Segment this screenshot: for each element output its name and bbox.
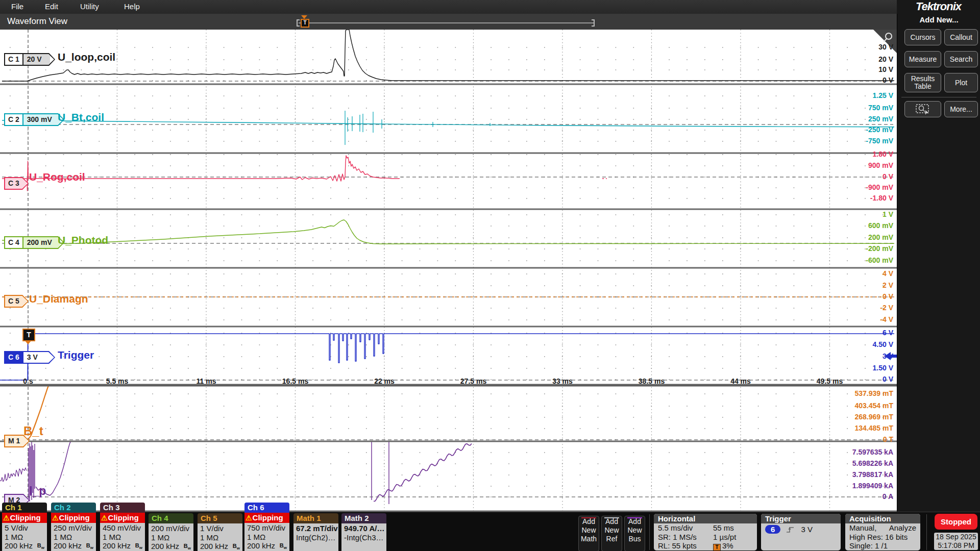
axis-tick-label: -250 mV xyxy=(824,126,893,134)
menu-edit[interactable]: Edit xyxy=(45,2,58,11)
tektronix-logo: Tektronix xyxy=(897,0,980,14)
trigger-marker[interactable]: T xyxy=(22,329,35,341)
axis-tick-label: 20 V xyxy=(824,55,893,63)
measure-button[interactable]: Measure xyxy=(904,51,941,67)
ch5-settings-badge[interactable]: Ch 5 1 V/div1 MΩ 200 kHzBw xyxy=(198,513,242,551)
time-axis-label: 38.5 ms xyxy=(629,377,675,385)
axis-tick-label: 200 mV xyxy=(824,233,893,241)
trace-label-m2[interactable]: I_p xyxy=(29,484,46,498)
trace-label-c6[interactable]: Trigger xyxy=(58,349,94,361)
trace-label-c5[interactable]: U_Diamagn xyxy=(29,293,88,305)
add-new-ref-button[interactable]: Add New Ref xyxy=(601,516,622,551)
time-axis-label: 16.5 ms xyxy=(273,377,318,385)
horizontal-panel[interactable]: Horizontal 5.5 ms/div55 ms SR: 1 MS/s1 µ… xyxy=(654,514,757,550)
cursors-button[interactable]: Cursors xyxy=(904,29,941,45)
position-bar-left-bracket xyxy=(297,19,298,27)
trigger-source-badge: 6 xyxy=(765,525,780,534)
axis-tick-label: 600 mV xyxy=(824,221,893,230)
time-axis-label: 27.5 ms xyxy=(451,377,497,385)
time-axis-label: 11 ms xyxy=(183,377,229,385)
axis-tick-label: 3 V xyxy=(824,352,893,360)
trace-label-c4[interactable]: U_Photod xyxy=(58,234,108,246)
channel-badge-c2[interactable]: C 2300 mV xyxy=(4,113,64,126)
warning-icon: ⚠ xyxy=(246,514,253,522)
channel-badge-c4[interactable]: C 4200 mV xyxy=(4,236,64,249)
axis-tick-label: 7.597635 kA xyxy=(824,448,893,456)
menu-help[interactable]: Help xyxy=(124,2,140,11)
axis-tick-label: 4 V xyxy=(824,269,893,278)
axis-tick-label: 1.80 V xyxy=(824,150,893,158)
acquisition-panel[interactable]: Acquisition Manual,Analyze High Res: 16 … xyxy=(845,514,920,550)
trigger-marker-triangle xyxy=(24,340,32,344)
axis-tick-label: 750 mV xyxy=(824,104,893,112)
menu-utility[interactable]: Utility xyxy=(80,2,99,11)
axis-tick-label: 403.454 mT xyxy=(824,402,893,410)
trigger-position-triangle xyxy=(301,15,307,19)
datetime-display: 18 Sep 20255:17:08 PM xyxy=(934,533,978,550)
waveform-window: Waveform View T C 120 V C 2300 mV C 3 C … xyxy=(0,14,897,512)
ch2-settings-badge[interactable]: Ch 2 ⚠Clipping 250 mV/div1 MΩ 200 kHzBw xyxy=(51,503,96,551)
ch3-settings-badge[interactable]: Ch 3 ⚠Clipping 450 mV/div1 MΩ 200 kHzBw xyxy=(100,503,145,551)
ch1-settings-badge[interactable]: Ch 1 ⚠Clipping 5 V/div1 MΩ 200 kHzBw xyxy=(2,503,47,551)
trigger-position-mini-icon: T xyxy=(713,544,721,550)
axis-tick-label: 0 V xyxy=(824,292,893,300)
axis-tick-label: 3.798817 kA xyxy=(824,470,893,479)
callout-button[interactable]: Callout xyxy=(944,29,978,45)
axis-tick-label: 537.939 mT xyxy=(824,389,893,397)
trace-label-c1[interactable]: U_loop,coil xyxy=(58,51,115,63)
trigger-panel[interactable]: Trigger 6 3 V xyxy=(761,514,841,550)
horizontal-position-bar[interactable] xyxy=(299,22,594,23)
axis-tick-label: 2 V xyxy=(824,281,893,289)
axis-tick-label: 10 V xyxy=(824,65,893,73)
time-axis-label: 5.5 ms xyxy=(94,377,140,385)
time-axis-label: 49.5 ms xyxy=(807,377,853,385)
time-axis-label: 22 ms xyxy=(361,377,407,385)
warning-icon: ⚠ xyxy=(52,514,59,522)
axis-tick-label: -1.80 V xyxy=(824,194,893,202)
add-new-heading: Add New... xyxy=(897,15,980,24)
zoom-select-button[interactable] xyxy=(904,101,941,117)
position-bar-right-bracket xyxy=(594,19,595,27)
ch4-settings-badge[interactable]: Ch 4 200 mV/div1 MΩ 200 kHzBw xyxy=(149,513,193,551)
axis-tick-label: 0 V xyxy=(824,172,893,181)
waveform-plot-area[interactable]: C 120 V C 2300 mV C 3 C 4200 mV C 5 C 63… xyxy=(0,30,897,512)
results-table-button[interactable]: Results Table xyxy=(904,73,941,92)
add-new-math-button[interactable]: Add New Math xyxy=(578,516,599,551)
axis-tick-label: 900 mV xyxy=(824,161,893,169)
axis-tick-label: 4.50 V xyxy=(824,340,893,348)
more-button[interactable]: More... xyxy=(944,101,978,117)
right-panel: Add New... Cursors Callout Measure Searc… xyxy=(897,14,980,512)
math2-settings-badge[interactable]: Math 2 949.70 A/…-Intg(Ch3… xyxy=(341,513,386,551)
trigger-position-flag[interactable]: T xyxy=(301,15,308,28)
bottom-settings-bar: Ch 1 ⚠Clipping 5 V/div1 MΩ 200 kHzBw Ch … xyxy=(0,512,980,551)
math1-settings-badge[interactable]: Math 1 67.2 mT/divIntg(Ch2)… xyxy=(293,513,338,551)
axis-tick-label: 1.25 V xyxy=(824,91,893,99)
axis-tick-label: 0 T xyxy=(824,435,893,443)
zoom-select-icon xyxy=(915,104,930,115)
menu-file[interactable]: File xyxy=(11,2,23,11)
warning-icon: ⚠ xyxy=(101,514,108,522)
axis-tick-label: 1.899409 kA xyxy=(824,482,893,490)
waveform-view-title: Waveform View xyxy=(7,16,67,27)
axis-tick-label: 134.485 mT xyxy=(824,424,893,432)
trace-label-c3[interactable]: U_Rog,coil xyxy=(29,171,85,183)
axis-tick-label: 30 V xyxy=(824,43,893,51)
axis-tick-label: 1.50 V xyxy=(824,364,893,372)
plot-button[interactable]: Plot xyxy=(944,73,978,92)
axis-tick-label: -4 V xyxy=(824,315,893,323)
channel-badge-c1[interactable]: C 120 V xyxy=(4,53,55,66)
search-button[interactable]: Search xyxy=(944,51,978,67)
channel-badge-c6[interactable]: C 63 V xyxy=(4,351,55,364)
waveform-titlebar: Waveform View T xyxy=(0,14,897,30)
trigger-position-t-icon: T xyxy=(301,19,309,28)
ch6-settings-badge[interactable]: Ch 6 ⚠Clipping 750 mV/div1 MΩ 200 kHzBw xyxy=(244,503,289,551)
add-new-bus-button[interactable]: Add New Bus xyxy=(624,516,645,551)
trace-label-c2[interactable]: U_Bt,coil xyxy=(58,111,104,123)
menu-bar: File Edit Utility Help xyxy=(0,0,897,14)
trace-label-m1[interactable]: B_t xyxy=(23,424,43,438)
waveform-traces xyxy=(0,30,897,512)
separator xyxy=(649,514,650,550)
acquisition-status-button[interactable]: Stopped xyxy=(935,514,977,530)
axis-tick-label: 5.698226 kA xyxy=(824,459,893,467)
axis-tick-label: 250 mV xyxy=(824,115,893,123)
